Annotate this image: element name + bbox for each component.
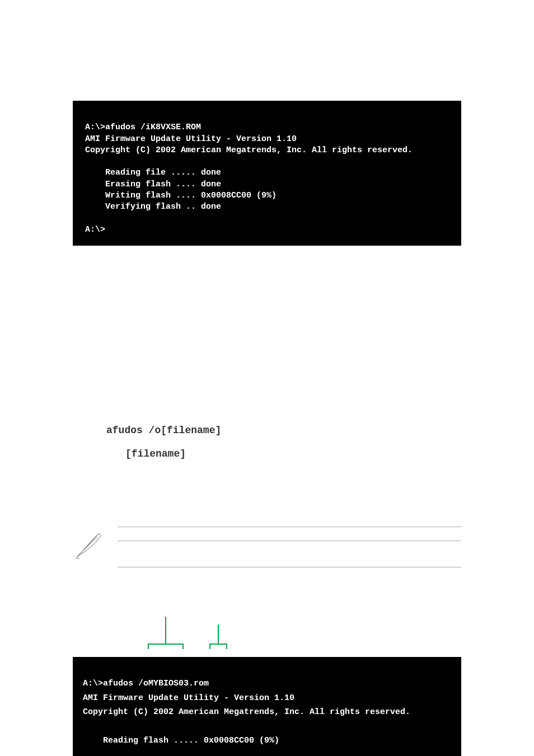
note-rule-3: [118, 567, 461, 577]
terminal1-prompt: A:\>: [85, 225, 105, 234]
annotation-hbracket-filename-right: [182, 644, 184, 649]
terminal1-line1: A:\>afudos /iK8VXSE.ROM: [85, 123, 201, 132]
terminal1-line3: Copyright (C) 2002 American Megatrends, …: [85, 145, 413, 155]
note-rule-1: [118, 527, 461, 537]
annotation-hbracket-filename: [148, 644, 182, 645]
note-lines: [118, 527, 461, 577]
command-syntax-line1: afudos /o[filename]: [106, 425, 461, 436]
annotation-connect-1: [165, 636, 166, 644]
note-block: [73, 527, 461, 577]
terminal2-line3: Copyright (C) 2002 American Megatrends, …: [83, 707, 410, 717]
terminal2-line1: A:\>afudos /oMYBIOS03.rom: [83, 679, 209, 688]
annotation-hbracket-ext-left: [209, 644, 210, 649]
terminal-output-backup: A:\>afudos /oMYBIOS03.rom AMI Firmware U…: [73, 657, 461, 756]
terminal-output-update: A:\>afudos /iK8VXSE.ROM AMI Firmware Upd…: [73, 101, 461, 246]
document-page: A:\>afudos /iK8VXSE.ROM AMI Firmware Upd…: [0, 101, 534, 756]
annotation-connect-2: [218, 636, 219, 644]
annotation-hbracket-ext-right: [226, 644, 227, 649]
annotation-vline-ext: [218, 624, 219, 636]
terminal2-line2: AMI Firmware Update Utility - Version 1.…: [83, 693, 294, 703]
terminal1-line6: Writing flash .... 0x0008CC00 (9%): [85, 191, 277, 200]
annotation-pointers: [73, 617, 461, 651]
terminal1-line4: Reading file ..... done: [85, 168, 221, 177]
annotation-vline-filename: [165, 617, 166, 636]
terminal2-line4: Reading flash ..... 0x0008CC00 (9%): [83, 736, 279, 745]
annotation-hbracket-ext: [209, 644, 226, 645]
terminal1-line5: Erasing flash .... done: [85, 180, 221, 189]
annotation-hbracket-filename-left: [148, 644, 149, 649]
command-syntax-line2: [filename]: [125, 448, 461, 459]
quill-pen-icon: [73, 530, 104, 561]
note-rule-2: [118, 541, 461, 564]
terminal1-line2: AMI Firmware Update Utility - Version 1.…: [85, 134, 297, 144]
terminal1-line7: Verifying flash .. done: [85, 202, 221, 212]
